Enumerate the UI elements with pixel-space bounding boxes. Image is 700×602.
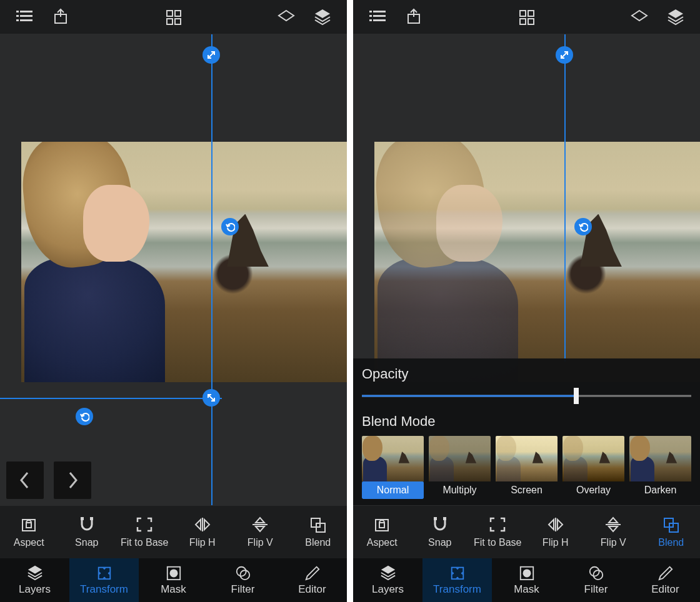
action-label: Fit to Base <box>474 537 521 548</box>
share-icon[interactable] <box>396 4 432 29</box>
blend-mode-chip-label: Darken <box>629 481 691 499</box>
handle-rotate[interactable] <box>221 218 239 235</box>
layer-outline-icon[interactable] <box>268 4 304 29</box>
composite-image[interactable] <box>21 142 347 382</box>
nav-label: Mask <box>161 583 186 596</box>
share-icon[interactable] <box>42 4 79 29</box>
flip-v-button[interactable]: Flip V <box>234 516 287 548</box>
blend-button[interactable]: Blend <box>291 516 344 548</box>
action-label: Blend <box>658 537 684 548</box>
action-row: Aspect Snap Fit to Base Flip H Flip V Bl… <box>353 505 700 558</box>
list-icon[interactable] <box>359 4 396 29</box>
nav-mask[interactable]: Mask <box>492 558 561 602</box>
blend-panel: Opacity Blend Mode Normal Multiply Scr <box>353 358 700 505</box>
handle-rotate[interactable] <box>574 218 592 235</box>
nav-editor[interactable]: Editor <box>278 558 347 602</box>
blend-mode-chip-label: Multiply <box>429 481 491 499</box>
blend-mode-overlay[interactable]: Overlay <box>562 436 624 499</box>
action-label: Fit to Base <box>121 537 168 548</box>
canvas-area[interactable] <box>0 34 347 505</box>
nav-label: Editor <box>298 583 326 596</box>
action-label: Flip V <box>248 537 273 548</box>
handle-reset[interactable] <box>76 408 93 425</box>
nav-transform[interactable]: Transform <box>69 558 139 602</box>
action-label: Snap <box>75 537 98 548</box>
left-pane: Aspect Snap Fit to Base Flip H Flip V Bl… <box>0 0 347 602</box>
nav-mask[interactable]: Mask <box>139 558 208 602</box>
action-row: Aspect Snap Fit to Base Flip H Flip V Bl… <box>0 505 347 558</box>
nav-filter[interactable]: Filter <box>561 558 631 602</box>
handle-scale[interactable] <box>556 46 573 64</box>
nav-label: Editor <box>651 583 679 596</box>
blend-mode-screen[interactable]: Screen <box>496 436 558 499</box>
selection-guide-vertical[interactable] <box>211 34 212 505</box>
blend-mode-chip-label: Screen <box>496 481 558 499</box>
nav-transform[interactable]: Transform <box>422 558 492 602</box>
blend-mode-darken[interactable]: Darken <box>629 436 691 499</box>
layer-outline-icon[interactable] <box>621 4 658 29</box>
canvas-area[interactable]: Opacity Blend Mode Normal Multiply Scr <box>353 34 700 505</box>
action-label: Flip H <box>189 537 216 548</box>
action-label: Flip H <box>542 537 569 548</box>
flip-v-button[interactable]: Flip V <box>587 516 640 548</box>
right-pane: Opacity Blend Mode Normal Multiply Scr <box>353 0 700 602</box>
action-label: Flip V <box>601 537 626 548</box>
nav-label: Transform <box>433 583 481 596</box>
fit-to-base-button[interactable]: Fit to Base <box>471 516 524 548</box>
nav-filter[interactable]: Filter <box>208 558 278 602</box>
bottom-nav: Layers Transform Mask Filter Editor <box>0 558 347 602</box>
fit-to-base-button[interactable]: Fit to Base <box>118 516 171 548</box>
nav-label: Filter <box>584 583 608 596</box>
action-label: Aspect <box>14 537 44 548</box>
aspect-button[interactable]: Aspect <box>356 516 409 548</box>
list-icon[interactable] <box>6 4 42 29</box>
nav-label: Layers <box>19 583 51 596</box>
blend-mode-label: Blend Mode <box>362 413 691 430</box>
blend-mode-multiply[interactable]: Multiply <box>429 436 491 499</box>
selection-guide-vertical[interactable] <box>564 34 566 362</box>
nav-layers[interactable]: Layers <box>353 558 422 602</box>
nav-label: Filter <box>231 583 255 596</box>
next-button[interactable] <box>54 461 91 499</box>
flip-h-button[interactable]: Flip H <box>176 516 229 548</box>
blend-mode-chip-label: Normal <box>362 481 424 499</box>
top-toolbar <box>0 0 347 34</box>
nav-label: Layers <box>372 583 404 596</box>
action-label: Blend <box>305 537 331 548</box>
handle-corner[interactable] <box>202 389 220 407</box>
bottom-nav: Layers Transform Mask Filter Editor <box>353 558 700 602</box>
layers-stack-icon[interactable] <box>658 4 694 29</box>
action-label: Aspect <box>367 537 398 548</box>
aspect-button[interactable]: Aspect <box>2 516 56 548</box>
selection-guide-horizontal[interactable] <box>0 398 222 399</box>
blend-mode-chip-label: Overlay <box>562 481 624 499</box>
nav-layers[interactable]: Layers <box>0 558 69 602</box>
grid-icon[interactable] <box>156 4 192 29</box>
nav-label: Mask <box>514 583 539 596</box>
nav-editor[interactable]: Editor <box>631 558 700 602</box>
prev-button[interactable] <box>6 461 44 499</box>
opacity-slider[interactable] <box>362 388 691 403</box>
pager <box>6 461 91 499</box>
grid-icon[interactable] <box>509 4 545 29</box>
layers-stack-icon[interactable] <box>304 4 341 29</box>
handle-scale[interactable] <box>202 46 220 64</box>
action-label: Snap <box>428 537 451 548</box>
top-toolbar <box>353 0 700 34</box>
nav-label: Transform <box>80 583 128 596</box>
flip-h-button[interactable]: Flip H <box>529 516 582 548</box>
blend-mode-normal[interactable]: Normal <box>362 436 424 499</box>
blend-mode-list: Normal Multiply Screen Overlay Darken <box>362 436 691 499</box>
blend-button[interactable]: Blend <box>644 516 698 548</box>
opacity-label: Opacity <box>362 366 691 382</box>
snap-button[interactable]: Snap <box>413 516 466 548</box>
composite-image[interactable] <box>374 142 700 382</box>
snap-button[interactable]: Snap <box>60 516 113 548</box>
